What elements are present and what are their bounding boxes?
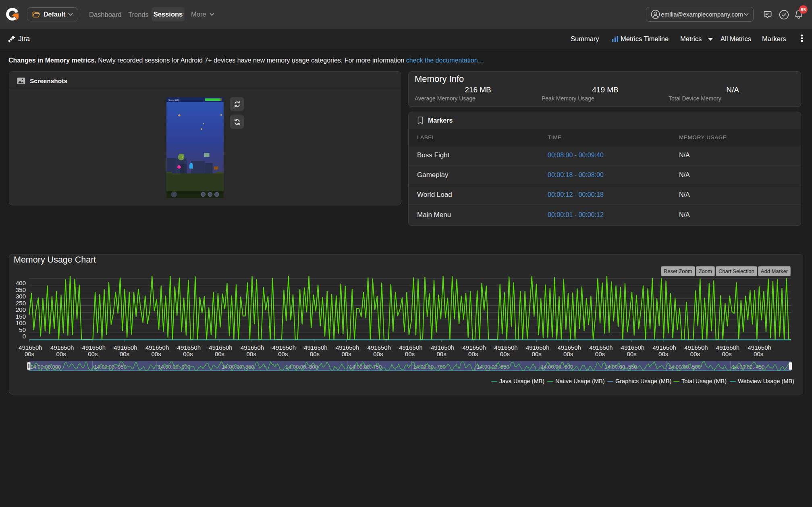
svg-text:00s: 00s [405,351,415,357]
svg-text:00s: 00s [690,351,700,357]
svg-text:-491650h: -491650h [366,344,391,351]
svg-text:-491650h: -491650h [746,344,771,351]
svg-text:14:00:00.-850: 14:00:00.-850 [222,364,254,370]
svg-text:00s: 00s [247,351,256,357]
svg-text:-491650h: -491650h [429,344,454,351]
svg-text:00s: 00s [120,351,129,357]
svg-text:-491650h: -491650h [492,344,517,351]
svg-text:-491650h: -491650h [682,344,708,351]
svg-text:-491650h: -491650h [207,344,232,351]
svg-text:00s: 00s [152,351,161,357]
svg-text:00s: 00s [310,351,320,357]
svg-text:-491650h: -491650h [714,344,739,351]
svg-text:00s: 00s [373,351,383,357]
svg-text:-491650h: -491650h [460,344,486,351]
svg-text:300: 300 [16,293,26,300]
svg-text:00s: 00s [342,351,351,357]
svg-text:0: 0 [23,333,26,340]
svg-text:Score: 1134: Score: 1134 [168,99,179,101]
svg-text:00s: 00s [627,351,636,357]
svg-text:00s: 00s [437,351,446,357]
svg-text:50: 50 [19,326,26,333]
svg-text:-491650h: -491650h [48,344,74,351]
svg-text:-491650h: -491650h [270,344,296,351]
svg-text:-491650h: -491650h [17,344,42,351]
svg-text:-491650h: -491650h [619,344,644,351]
svg-text:00s: 00s [183,351,193,357]
svg-text:-491650h: -491650h [587,344,613,351]
svg-text:-491650h: -491650h [334,344,359,351]
svg-text:00s: 00s [56,351,66,357]
svg-text:00s: 00s [278,351,288,357]
svg-text:00s: 00s [25,351,34,357]
svg-text:-491650h: -491650h [112,344,137,351]
svg-text:400: 400 [16,280,26,286]
svg-text:00s: 00s [468,351,478,357]
svg-text:00s: 00s [658,351,668,357]
svg-text:200: 200 [16,306,26,313]
svg-text:00s: 00s [215,351,224,357]
svg-text:00s: 00s [563,351,573,357]
svg-text:100: 100 [16,319,26,326]
svg-text:00s: 00s [88,351,98,357]
svg-text:-491650h: -491650h [239,344,264,351]
svg-text:00s: 00s [532,351,542,357]
svg-text:-491650h: -491650h [80,344,106,351]
svg-text:-491650h: -491650h [302,344,327,351]
svg-text:14:00:00.-750: 14:00:00.-750 [349,364,382,370]
svg-text:00s: 00s [722,351,731,357]
svg-text:-491650h: -491650h [397,344,422,351]
svg-text:00s: 00s [500,351,510,357]
svg-text:250: 250 [16,300,26,307]
svg-text:150: 150 [16,313,26,320]
svg-text:00s: 00s [595,351,605,357]
svg-text:-491650h: -491650h [524,344,549,351]
svg-text:-491650h: -491650h [175,344,201,351]
svg-text:-491650h: -491650h [555,344,581,351]
svg-text:-491650h: -491650h [650,344,676,351]
svg-text:350: 350 [16,286,26,293]
svg-text:-491650h: -491650h [143,344,169,351]
svg-text:00s: 00s [754,351,763,357]
